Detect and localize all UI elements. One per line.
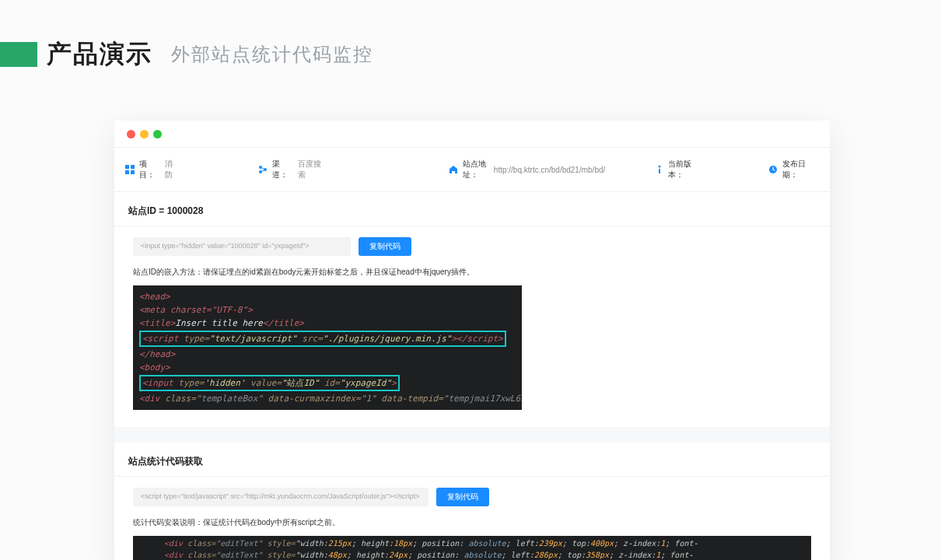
svg-rect-1: [131, 165, 135, 169]
meta-project: 项目： 消防: [125, 159, 179, 180]
meta-project-label: 项目：: [139, 159, 160, 180]
meta-publish-label: 发布日期：: [782, 159, 817, 180]
svg-rect-2: [125, 170, 129, 174]
window-minimize-icon: [140, 130, 149, 138]
tracking-code-example: <div class="editText" style="width:215px…: [133, 536, 811, 560]
section-tracking-heading: 站点统计代码获取: [114, 443, 830, 477]
tracking-code-input[interactable]: <script type="text/javascript" src="http…: [133, 488, 429, 506]
meta-channel-label: 渠道：: [272, 159, 293, 180]
meta-channel: 渠道： 百度搜索: [258, 159, 326, 180]
copy-tracking-button[interactable]: 复制代码: [436, 488, 489, 506]
svg-rect-3: [131, 170, 135, 174]
site-id-code-input[interactable]: <input type="hidden" value="1000028" id=…: [133, 237, 351, 256]
share-icon: [258, 165, 268, 174]
meta-site-url: 站点地址： http://bq.ktrtc.cn/bd/bd21/mb/bd/: [449, 159, 606, 180]
section-tracking-body: <script type="text/javascript" src="http…: [114, 477, 830, 560]
slide-header: 产品演示 外部站点统计代码监控: [0, 39, 941, 70]
section-site-id-body: <input type="hidden" value="1000028" id=…: [114, 226, 830, 427]
meta-channel-value: 百度搜索: [298, 159, 326, 180]
window-zoom-icon: [153, 130, 162, 138]
window-close-icon: [127, 130, 135, 138]
svg-rect-10: [659, 169, 660, 173]
info-icon: [656, 165, 663, 174]
meta-publish-date: 发布日期：: [768, 159, 817, 180]
meta-version-label: 当前版本：: [668, 159, 703, 180]
clock-icon: [768, 165, 778, 174]
svg-point-9: [659, 166, 661, 168]
meta-site-url-label: 站点地址：: [463, 159, 489, 180]
demo-card: 项目： 消防 渠道： 百度搜索 站点地址： http://bq.ktrtc.cn…: [114, 121, 830, 560]
meta-site-url-value: http://bq.ktrtc.cn/bd/bd21/mb/bd/: [494, 166, 605, 174]
meta-project-value: 消防: [165, 159, 179, 180]
section-divider: [114, 427, 830, 443]
site-id-code-example: <head> <meta charset="UTF-8"> <title>Ins…: [133, 285, 522, 410]
svg-rect-0: [125, 165, 129, 169]
accent-block: [0, 42, 37, 67]
tracking-help-text: 统计代码安装说明：保证统计代码在body中所有script之前。: [133, 517, 811, 528]
slide-title-main: 产品演示: [47, 37, 152, 72]
meta-bar: 项目： 消防 渠道： 百度搜索 站点地址： http://bq.ktrtc.cn…: [114, 147, 830, 192]
grid-icon: [125, 165, 135, 174]
copy-site-id-button[interactable]: 复制代码: [359, 237, 411, 256]
slide-title-sub: 外部站点统计代码监控: [171, 42, 373, 67]
site-id-help-text: 站点ID的嵌入方法：请保证埋点的id紧跟在body元素开始标签之后，并且保证he…: [133, 267, 811, 278]
meta-version: 当前版本：: [656, 159, 703, 180]
window-controls: [114, 121, 830, 147]
home-icon: [449, 165, 458, 174]
section-site-id-heading: 站点ID = 1000028: [114, 192, 830, 226]
